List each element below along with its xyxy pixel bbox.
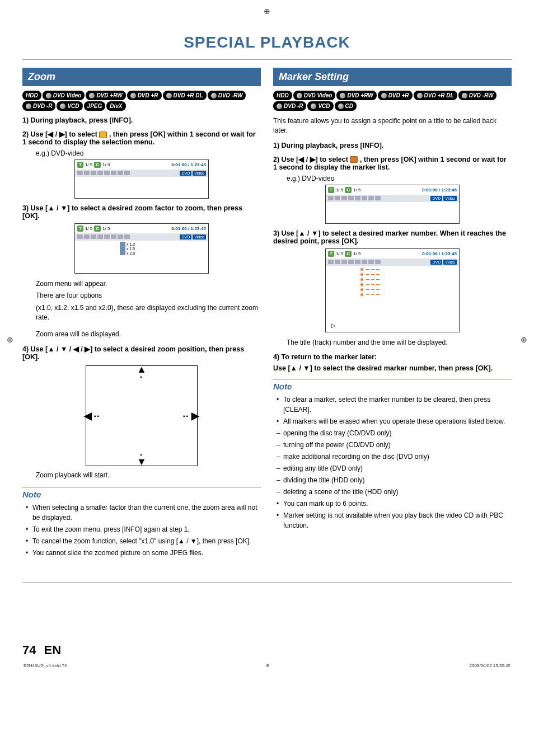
marker-row (359, 272, 459, 277)
osd-time: 0:01:00 / 1:23:45 (171, 162, 206, 167)
marker-example-label: e.g.) DVD-video (287, 175, 512, 182)
disc-icon (46, 93, 51, 98)
osd-row-icon (375, 260, 381, 264)
zoom-arrow-diagram: ▲ ▼ ◀ ▶ ▪ ▪ ▪▪ ▪▪ (86, 365, 198, 466)
zoom-option: x 2.0 (120, 251, 208, 255)
badge-dvd-plus-r-dl: DVD +R DL (414, 91, 457, 100)
badge-cd: CD (335, 101, 357, 111)
zoom-step-3: 3) Use [▲ / ▼] to select a desired zoom … (22, 204, 261, 220)
note-item: Marker setting is not available when you… (277, 510, 512, 530)
osd-chapter-chip: C (345, 251, 352, 257)
osd-panel-marker-2: T 1/ 5 C 1/ 5 0:01:00 / 1:23:45 DVDVideo… (325, 248, 460, 332)
note-item: editing any title (DVD only) (277, 463, 512, 473)
page-language: EN (44, 643, 61, 658)
step-text: ] to select (316, 156, 350, 163)
disc-icon (166, 93, 172, 98)
marker-desc: The title (track) number and the time wi… (287, 338, 512, 348)
osd-row-icon (368, 260, 374, 264)
disc-icon (89, 93, 95, 98)
marker-select-icon (350, 156, 358, 163)
footer-file: E2H40UD_v4.indd 74 (24, 663, 67, 668)
note-item: dividing the title (HDD only) (277, 475, 512, 485)
zoom-desc: Zoom playback will start. (36, 471, 261, 480)
print-footer: E2H40UD_v4.indd 74 ⊕ 2008/06/02 13:35:45 (22, 663, 512, 668)
badge-divx: DivX (106, 101, 125, 111)
badge-dvd-minus-rw: DVD -RW (458, 91, 497, 100)
bleed-mark-icon: ⊕ (266, 663, 270, 668)
page-number: 74 (22, 643, 36, 658)
footer-date: 2008/06/02 13:35:45 (470, 663, 510, 668)
bleed-mark-icon: ⊕ (264, 7, 270, 16)
zoom-icon (120, 242, 125, 246)
note-item: To cancel the zoom function, select "x1.… (26, 536, 261, 546)
osd-row-icon (335, 196, 340, 200)
star-icon (359, 267, 364, 272)
osd-panel-marker-1: T 1/ 5 C 1/ 5 0:01:00 / 1:23:45 DVDVideo (325, 185, 460, 224)
disc-icon (462, 93, 467, 98)
osd-chapter-chip: C (345, 187, 352, 193)
zoom-column: Zoom HDD DVD Video DVD +RW DVD +R DVD +R… (22, 68, 261, 560)
osd-row-icon (328, 196, 334, 200)
osd-title-value: 1/ 5 (336, 187, 343, 192)
marker-note-list-2: You can mark up to 6 points. Marker sett… (273, 499, 512, 530)
disc-icon (311, 104, 316, 109)
zoom-step-4: 4) Use [▲ / ▼ / ◀ / ▶] to select a desir… (22, 345, 261, 361)
page-title: SPECIAL PLAYBACK (22, 34, 512, 51)
osd-dvd-tag: DVD (430, 260, 442, 265)
osd-row-icon (341, 196, 347, 200)
osd-title-value: 1/ 5 (336, 251, 343, 256)
note-item: You cannot slide the zoomed picture on s… (26, 548, 261, 558)
osd-row-icon (111, 234, 116, 239)
page-footer: 74 EN (22, 638, 512, 658)
osd-row-icon (91, 234, 96, 239)
marker-step-4b: Use [▲ / ▼] to select the desired marker… (273, 364, 512, 372)
marker-step-2: 2) Use [◀ / ▶] to select , then press [O… (273, 155, 512, 171)
left-right-icon: ◀ / ▶ (298, 156, 315, 163)
badge-dvd-plus-r: DVD +R (127, 91, 162, 100)
play-icon: ▷ (331, 322, 336, 328)
osd-row-icon (368, 196, 374, 200)
osd-row-icon (362, 260, 367, 264)
badge-dvd-minus-r: DVD -R (273, 101, 306, 111)
footer-divider (22, 582, 512, 583)
note-item: deleting a scene of the title (HDD only) (277, 487, 512, 497)
star-icon (359, 272, 364, 277)
osd-chapter-value: 1/ 5 (353, 251, 360, 256)
osd-time: 0:01:00 / 1:23:45 (422, 251, 457, 256)
osd-panel-2: T 1/ 5 C 1/ 5 0:01:00 / 1:23:45 DVDVideo… (74, 223, 209, 274)
zoom-step-2: 2) Use [◀ / ▶] to select , then press [O… (22, 130, 261, 146)
badge-dvd-plus-r: DVD +R (378, 91, 413, 100)
badge-hdd: HDD (22, 91, 41, 100)
osd-chapter-chip: C (94, 226, 101, 232)
osd-row-icon (84, 234, 90, 239)
disc-icon (340, 93, 345, 98)
arrow-down-icon: ▼ (137, 456, 147, 468)
osd-chapter-value: 1/ 5 (102, 226, 110, 231)
badge-hdd: HDD (273, 91, 292, 100)
disc-icon (417, 93, 423, 98)
osd-row-icon (124, 171, 130, 175)
badge-dvd-plus-r-dl: DVD +R DL (163, 91, 207, 100)
badge-dvd-video: DVD Video (43, 91, 85, 100)
marker-step-4a: 4) To return to the marker later: (273, 353, 512, 361)
badge-dvd-minus-rw: DVD -RW (208, 91, 246, 100)
step-text: 2) Use [ (273, 156, 298, 163)
zoom-icon (120, 251, 125, 255)
zoom-icon (120, 246, 125, 251)
osd-row-icon (348, 260, 354, 264)
osd-video-tag: Video (193, 171, 206, 176)
marker-step-1: 1) During playback, press [INFO]. (273, 142, 512, 149)
dots-icon: ▪▪ (183, 412, 189, 419)
osd-title-chip: T (77, 162, 83, 168)
osd-row-icon (111, 171, 116, 175)
note-item: make additional recording on the disc (D… (277, 452, 512, 462)
note-item: turning off the power (CD/DVD only) (277, 440, 512, 450)
marker-intro: This feature allows you to assign a spec… (273, 116, 512, 136)
disc-icon (338, 104, 344, 109)
osd-row-icon (118, 234, 123, 239)
osd-time: 0:01:00 / 1:23:45 (422, 187, 457, 192)
star-icon (359, 292, 364, 297)
osd-row-icon (348, 196, 354, 200)
osd-row-icon (362, 196, 367, 200)
osd-chapter-chip: C (94, 162, 101, 168)
